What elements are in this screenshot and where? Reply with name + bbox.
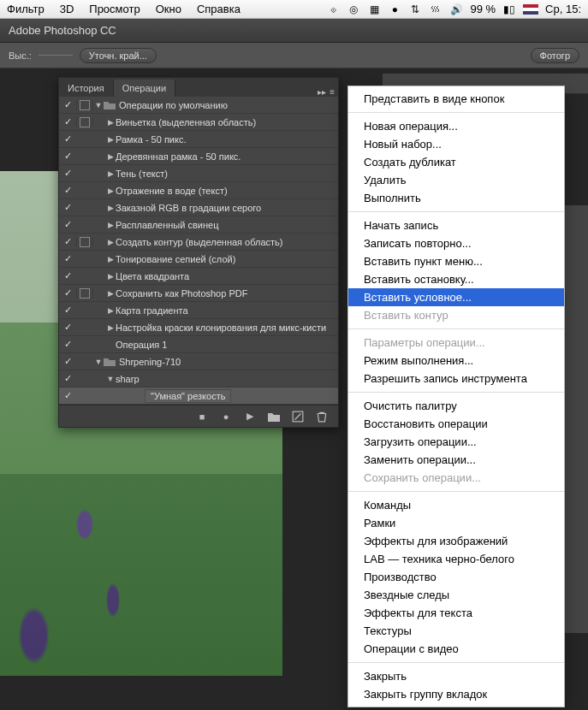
toggle-check-icon[interactable] xyxy=(59,219,76,230)
menu-item[interactable]: Режим выполнения... xyxy=(348,352,564,370)
toggle-check-icon[interactable] xyxy=(59,202,76,213)
actions-list[interactable]: ▼Операции по умолчанию▶Виньетка (выделен… xyxy=(59,97,338,405)
menu-item[interactable]: Вставить условное... xyxy=(348,288,564,306)
toggle-check-icon[interactable] xyxy=(59,151,76,162)
disclosure-triangle-icon[interactable]: ▼ xyxy=(93,358,104,366)
sound-icon[interactable]: 🔊 xyxy=(449,3,463,16)
dialog-toggle-icon[interactable] xyxy=(76,100,93,110)
toggle-check-icon[interactable] xyxy=(59,253,76,264)
drop-icon[interactable]: ● xyxy=(388,3,401,16)
action-row[interactable]: ▶Виньетка (выделенная область) xyxy=(59,114,338,131)
disclosure-triangle-icon[interactable]: ▶ xyxy=(105,135,116,144)
disclosure-triangle-icon[interactable]: ▶ xyxy=(105,255,116,263)
disclosure-triangle-icon[interactable]: ▶ xyxy=(105,204,116,212)
disclosure-triangle-icon[interactable]: ▶ xyxy=(105,221,116,229)
disclosure-triangle-icon[interactable]: ▶ xyxy=(105,306,116,315)
action-row[interactable]: ▶Настройка краски клонирования для микс-… xyxy=(59,319,338,336)
disclosure-triangle-icon[interactable]: ▶ xyxy=(105,169,116,178)
disclosure-triangle-icon[interactable]: ▶ xyxy=(105,152,116,161)
menu-item[interactable]: Эффекты для изображений xyxy=(348,532,564,550)
action-row[interactable]: ▶Цвета квадранта xyxy=(59,268,338,285)
workspace-button[interactable]: Фотогр xyxy=(531,48,579,63)
menu-item[interactable]: Заменить операции... xyxy=(348,451,564,469)
toggle-check-icon[interactable] xyxy=(59,236,76,247)
menu-view[interactable]: Просмотр xyxy=(89,3,140,15)
menu-help[interactable]: Справка xyxy=(197,3,241,15)
menu-item[interactable]: Операции с видео xyxy=(348,640,564,658)
grid-icon[interactable]: ▦ xyxy=(367,3,381,16)
action-row[interactable]: ▶Тонирование сепией (слой) xyxy=(59,251,338,268)
disclosure-triangle-icon[interactable]: ▶ xyxy=(105,289,116,298)
menu-item[interactable]: Рамки xyxy=(348,514,564,532)
menu-item[interactable]: Закрыть xyxy=(348,667,564,685)
menu-item[interactable]: Выполнить xyxy=(348,189,564,207)
disclosure-triangle-icon[interactable]: ▼ xyxy=(105,375,116,383)
action-row[interactable]: ▶Расплавленный свинец xyxy=(59,216,338,234)
menu-item[interactable]: Производство xyxy=(348,568,564,586)
action-row[interactable]: ▼Операции по умолчанию xyxy=(59,97,338,114)
tab-actions[interactable]: Операции xyxy=(114,80,175,97)
action-row[interactable]: ▶Заказной RGB в градации серого xyxy=(59,199,338,216)
battery-icon[interactable]: ▮▯ xyxy=(502,3,516,16)
action-row[interactable]: ▶Создать контур (выделенная область) xyxy=(59,234,338,251)
menu-3d[interactable]: 3D xyxy=(60,3,74,15)
updown-icon[interactable]: ⇅ xyxy=(408,3,422,16)
menu-item[interactable]: Текстуры xyxy=(348,622,564,640)
action-row[interactable]: ▶Сохранить как Photoshop PDF xyxy=(59,285,338,302)
menu-item[interactable]: LAB — техника черно-белого xyxy=(348,550,564,568)
menu-item[interactable]: Новая операция... xyxy=(348,117,564,135)
cc-icon[interactable]: ◎ xyxy=(347,3,360,16)
disclosure-triangle-icon[interactable]: ▶ xyxy=(105,186,116,195)
toggle-check-icon[interactable] xyxy=(59,356,76,367)
record-icon[interactable]: ● xyxy=(220,411,232,423)
toggle-check-icon[interactable] xyxy=(59,339,76,350)
height-input[interactable] xyxy=(39,55,73,56)
menu-item[interactable]: Очистить палитру xyxy=(348,397,564,415)
action-row[interactable]: ▶Тень (текст) xyxy=(59,165,338,182)
toggle-check-icon[interactable] xyxy=(59,270,76,281)
action-row[interactable]: ▶Рамка - 50 пикс. xyxy=(59,131,338,148)
new-set-icon[interactable] xyxy=(268,411,280,423)
menu-item[interactable]: Начать запись xyxy=(348,216,564,234)
refine-edge-button[interactable]: Уточн. край... xyxy=(80,48,157,63)
action-row[interactable]: ▼Shrpening-710 xyxy=(59,353,338,370)
action-row[interactable]: Операция 1 xyxy=(59,336,338,353)
menu-item[interactable]: Звездные следы xyxy=(348,586,564,604)
menu-item[interactable]: Вставить остановку... xyxy=(348,270,564,288)
disclosure-triangle-icon[interactable]: ▼ xyxy=(93,101,104,109)
disclosure-triangle-icon[interactable]: ▶ xyxy=(105,272,116,281)
menu-item[interactable]: Закрыть группу вкладок xyxy=(348,685,564,703)
menu-item[interactable]: Разрешить запись инструмента xyxy=(348,370,564,388)
toggle-check-icon[interactable] xyxy=(59,116,76,127)
action-row[interactable]: ▶Отражение в воде (текст) xyxy=(59,182,338,199)
toggle-check-icon[interactable] xyxy=(59,305,76,316)
action-row[interactable]: "Умная" резкость xyxy=(59,388,338,405)
menu-item[interactable]: Эффекты для текста xyxy=(348,604,564,622)
right-panel-collapsed-side[interactable] xyxy=(564,205,588,633)
toggle-check-icon[interactable] xyxy=(59,133,76,145)
menu-filter[interactable]: Фильтр xyxy=(7,3,45,15)
disclosure-triangle-icon[interactable]: ▶ xyxy=(105,118,116,127)
toggle-check-icon[interactable] xyxy=(59,185,76,196)
panel-menu-icon[interactable]: ≡ xyxy=(330,87,335,97)
menu-item[interactable]: Создать дубликат xyxy=(348,153,564,171)
dialog-toggle-icon[interactable] xyxy=(76,237,93,247)
menu-item[interactable]: Записать повторно... xyxy=(348,234,564,252)
menu-item[interactable]: Загрузить операции... xyxy=(348,433,564,451)
dialog-toggle-icon[interactable] xyxy=(76,117,93,127)
toggle-check-icon[interactable] xyxy=(59,287,76,299)
stop-icon[interactable]: ■ xyxy=(196,411,208,423)
menu-item[interactable]: Восстановить операции xyxy=(348,415,564,433)
new-action-icon[interactable] xyxy=(292,411,304,423)
toggle-check-icon[interactable] xyxy=(59,99,76,110)
menu-item[interactable]: Вставить пункт меню... xyxy=(348,252,564,270)
action-row[interactable]: ▶Деревянная рамка - 50 пикс. xyxy=(59,148,338,165)
trash-icon[interactable] xyxy=(316,411,328,423)
menu-window[interactable]: Окно xyxy=(156,3,181,15)
wifi-icon[interactable]: ᯾ xyxy=(429,3,442,16)
toggle-check-icon[interactable] xyxy=(59,168,76,179)
toggle-check-icon[interactable] xyxy=(59,390,76,401)
disclosure-triangle-icon[interactable]: ▶ xyxy=(105,323,116,332)
flag-icon[interactable] xyxy=(523,4,538,15)
disclosure-triangle-icon[interactable]: ▶ xyxy=(105,238,116,246)
